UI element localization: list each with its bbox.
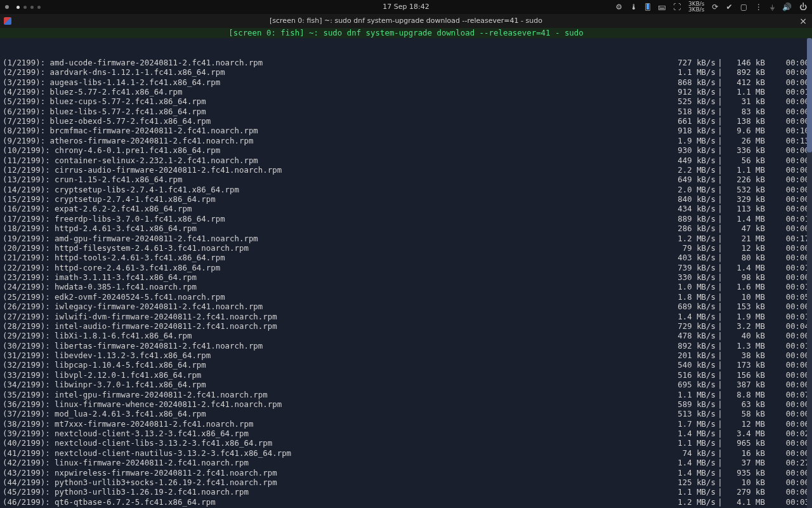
package-row: (15/2199): cryptsetup-2.7.4-1.fc41.x86_6… (3, 194, 809, 204)
scrollbar[interactable] (807, 38, 812, 508)
package-row: (20/2199): httpd-filesystem-2.4.61-3.fc4… (3, 243, 809, 253)
package-row: (27/2199): iwlwifi-dvm-firmware-20240811… (3, 312, 809, 321)
scrollbar-thumb[interactable] (807, 38, 812, 152)
activities-button[interactable] (5, 5, 9, 9)
fullscreen-icon[interactable]: ⛶ (673, 3, 681, 12)
window-title: [screen 0: fish] ~: sudo dnf system-upgr… (270, 17, 542, 25)
package-row: (9/2199): atheros-firmware-20240811-2.fc… (3, 136, 809, 145)
package-row: (8/2199): brcmfmac-firmware-20240811-2.f… (3, 126, 809, 135)
disk-icon[interactable]: 🖴 (658, 3, 665, 12)
package-row: (36/2199): linux-firmware-whence-2024081… (3, 399, 809, 409)
package-row: (33/2199): libvpl-2.12.0-1.fc41.x86_64.r… (3, 370, 809, 380)
package-row: (17/2199): freerdp-libs-3.7.0-1.fc41.x86… (3, 214, 809, 224)
window-titlebar: [screen 0: fish] ~: sudo dnf system-upgr… (0, 14, 812, 28)
package-row: (5/2199): bluez-cups-5.77-2.fc41.x86_64.… (3, 97, 809, 106)
package-row: (29/2199): libXi-1.8.1-6.fc41.x86_64.rpm… (3, 331, 809, 340)
package-row: (2/2199): aardvark-dns-1.12.1-1.fc41.x86… (3, 67, 809, 77)
package-row: (37/2199): mod_lua-2.4.61-3.fc41.x86_64.… (3, 409, 809, 418)
check-icon[interactable]: ✔ (726, 3, 733, 12)
package-row: (41/2199): nextcloud-client-nautilus-3.1… (3, 448, 809, 458)
package-row: (31/2199): libevdev-1.13.2-3.fc41.x86_64… (3, 351, 809, 360)
package-row: (1/2199): amd-ucode-firmware-20240811-2.… (3, 58, 809, 67)
package-row: (42/2199): linux-firmware-20240811-2.fc4… (3, 458, 809, 467)
package-row: (23/2199): imath-3.1.11-3.fc41.x86_64.rp… (3, 272, 809, 282)
power-icon[interactable]: ⏻ (799, 3, 807, 12)
terminal-output[interactable]: (1/2199): amd-ucode-firmware-20240811-2.… (0, 38, 812, 508)
package-row: (38/2199): mt7xxx-firmware-20240811-2.fc… (3, 419, 809, 429)
app-icon (4, 17, 11, 25)
package-row: (6/2199): bluez-libs-5.77-2.fc41.x86_64.… (3, 107, 809, 116)
package-row: (34/2199): libwinpr-3.7.0-1.fc41.x86_64.… (3, 380, 809, 389)
package-row: (13/2199): crun-1.15-2.fc41.x86_64.rpm64… (3, 175, 809, 184)
package-row: (45/2199): python3-urllib3-1.26.19-2.fc4… (3, 487, 809, 497)
package-row: (16/2199): expat-2.6.2-2.fc41.x86_64.rpm… (3, 204, 809, 213)
package-row: (11/2199): container-selinux-2.232.1-2.f… (3, 156, 809, 165)
package-row: (32/2199): libpcap-1.10.4-5.fc41.x86_64.… (3, 360, 809, 370)
package-row: (3/2199): augeas-libs-1.14.1-2.fc41.x86_… (3, 77, 809, 87)
package-row: (26/2199): iwlegacy-firmware-20240811-2.… (3, 302, 809, 311)
workspace-indicator[interactable] (16, 6, 41, 9)
package-row: (25/2199): edk2-ovmf-20240524-5.fc41.noa… (3, 292, 809, 302)
volume-icon[interactable]: 🔊 (782, 3, 792, 12)
package-row: (39/2199): nextcloud-client-3.13.2-3.fc4… (3, 429, 809, 438)
wifi-icon[interactable]: ⏚ (770, 3, 775, 12)
package-row: (7/2199): bluez-obexd-5.77-2.fc41.x86_64… (3, 116, 809, 126)
package-row: (18/2199): httpd-2.4.61-3.fc41.x86_64.rp… (3, 224, 809, 233)
package-row: (19/2199): amd-gpu-firmware-20240811-2.f… (3, 234, 809, 243)
package-row: (46/2199): qt6-qtbase-6.7.2-5.fc41.x86_6… (3, 497, 809, 507)
package-row: (44/2199): python3-urllib3+socks-1.26.19… (3, 478, 809, 487)
package-row: (22/2199): httpd-core-2.4.61-3.fc41.x86_… (3, 263, 809, 272)
package-row: (28/2199): intel-audio-firmware-20240811… (3, 321, 809, 331)
desktop-panel: 17 Sep 18:42 ⚙ 🌡 🖴 ⛶ 3KB/s3KB/s ⟳ ✔ ▢ ⋮ … (0, 0, 812, 14)
package-row: (30/2199): libertas-firmware-20240811-2.… (3, 341, 809, 351)
refresh-icon[interactable]: ⟳ (712, 3, 719, 12)
clipboard-icon[interactable]: ▢ (740, 3, 747, 12)
package-row: (14/2199): cryptsetup-libs-2.7.4-1.fc41.… (3, 185, 809, 194)
close-icon[interactable]: × (799, 17, 807, 25)
package-row: (10/2199): chrony-4.6-0.1.pre1.fc41.x86_… (3, 145, 809, 155)
package-row: (21/2199): httpd-tools-2.4.61-3.fc41.x86… (3, 253, 809, 262)
network-rate: 3KB/s3KB/s (688, 1, 705, 13)
temperature-icon: 🌡 (630, 3, 638, 12)
package-row: (43/2199): nxpwireless-firmware-20240811… (3, 468, 809, 478)
battery-icon[interactable] (645, 3, 650, 11)
gear-icon[interactable]: ⚙ (615, 3, 622, 12)
package-row: (12/2199): cirrus-audio-firmware-2024081… (3, 165, 809, 175)
package-row: (35/2199): intel-gpu-firmware-20240811-2… (3, 390, 809, 399)
package-row: (24/2199): hwdata-0.385-1.fc41.noarch.rp… (3, 282, 809, 291)
package-row: (4/2199): bluez-5.77-2.fc41.x86_64.rpm91… (3, 87, 809, 97)
screen-status-line: [screen 0: fish] ~: sudo dnf system-upgr… (0, 28, 812, 38)
package-row: (40/2199): nextcloud-client-libs-3.13.2-… (3, 438, 809, 448)
dots-icon[interactable]: ⋮ (755, 3, 763, 12)
